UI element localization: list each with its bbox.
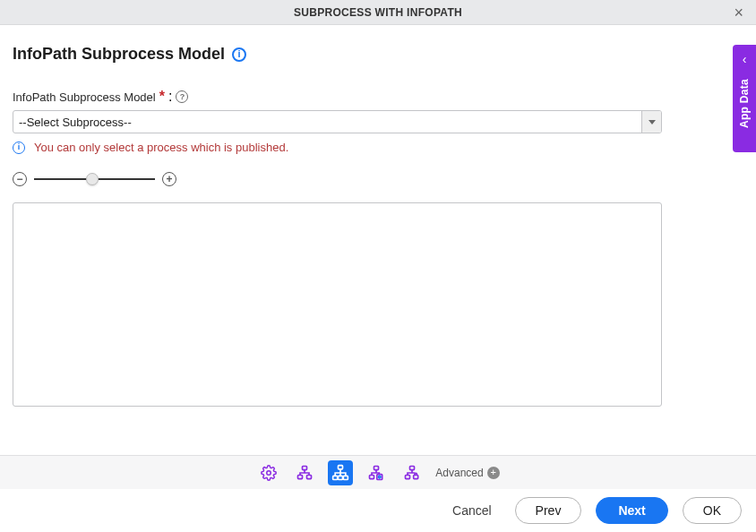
close-icon[interactable]: × <box>728 3 749 22</box>
modal-title: SUBPROCESS WITH INFOPATH <box>294 6 462 19</box>
field-label: InfoPath Subprocess Model <box>13 90 156 104</box>
svg-rect-8 <box>374 466 379 469</box>
svg-rect-14 <box>414 475 418 478</box>
subprocess-select[interactable]: --Select Subprocess-- <box>13 110 662 133</box>
slider-thumb[interactable] <box>86 173 99 185</box>
zoom-slider[interactable] <box>34 172 155 186</box>
svg-rect-7 <box>344 476 348 479</box>
ok-button[interactable]: OK <box>683 497 742 524</box>
zoom-in-button[interactable]: + <box>162 172 176 186</box>
svg-rect-1 <box>303 466 307 469</box>
page-title: InfoPath Subprocess Model <box>13 45 225 64</box>
svg-rect-2 <box>298 475 303 478</box>
svg-rect-5 <box>333 476 338 479</box>
svg-rect-9 <box>370 475 374 478</box>
org-chart-lock-button[interactable] <box>399 460 425 485</box>
svg-rect-6 <box>339 476 343 479</box>
advanced-label: Advanced <box>435 467 483 479</box>
settings-button[interactable] <box>256 460 281 485</box>
modal-header: SUBPROCESS WITH INFOPATH × <box>0 0 756 25</box>
bottom-toolbar: Advanced + <box>0 455 756 489</box>
svg-rect-13 <box>406 475 410 478</box>
subprocess-select-button[interactable] <box>641 111 661 133</box>
svg-point-11 <box>379 476 382 478</box>
zoom-out-button[interactable]: − <box>13 172 27 186</box>
org-chart-small-button[interactable] <box>292 460 317 485</box>
info-icon: i <box>13 142 25 154</box>
info-icon[interactable]: i <box>232 47 246 62</box>
chevron-down-icon <box>649 120 656 124</box>
preview-canvas[interactable] <box>13 202 662 407</box>
required-indicator: * <box>159 89 165 105</box>
next-button[interactable]: Next <box>596 497 667 524</box>
svg-rect-3 <box>307 475 312 478</box>
app-data-label: App Data <box>738 79 751 128</box>
org-chart-button[interactable] <box>328 460 353 485</box>
chevron-left-icon: ‹ <box>743 52 747 66</box>
prev-button[interactable]: Prev <box>515 497 582 524</box>
svg-point-0 <box>267 470 271 475</box>
svg-rect-12 <box>410 466 415 469</box>
field-hint: You can only select a process which is p… <box>34 141 288 154</box>
svg-rect-4 <box>339 465 343 468</box>
field-label-colon: : <box>168 89 172 105</box>
help-icon[interactable]: ? <box>176 90 188 103</box>
button-bar: Cancel Prev Next OK <box>0 489 756 532</box>
cancel-button[interactable]: Cancel <box>443 498 501 523</box>
subprocess-select-value: --Select Subprocess-- <box>19 116 132 129</box>
org-chart-gear-button[interactable] <box>364 460 389 485</box>
plus-icon: + <box>487 467 500 479</box>
app-data-panel-toggle[interactable]: ‹ App Data <box>733 45 756 152</box>
advanced-button[interactable]: Advanced + <box>435 467 499 479</box>
